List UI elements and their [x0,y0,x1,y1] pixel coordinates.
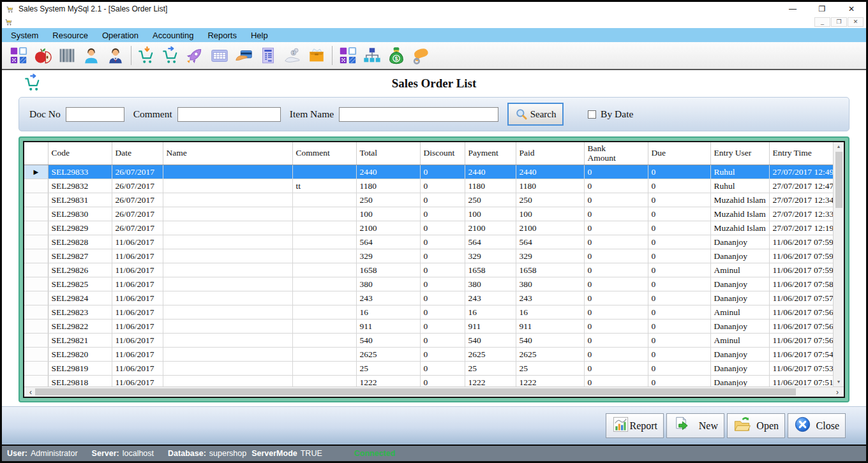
row-selector-cell[interactable] [24,375,48,386]
table-row[interactable]: SEL2981911/06/2017250252500Dananjoy11/06… [24,361,833,375]
vertical-scrollbar[interactable]: ▲ ▼ [833,142,844,386]
product-apple-icon[interactable] [31,43,55,68]
menu-item-operation[interactable]: Operation [95,28,146,42]
scroll-left-icon[interactable]: ‹ [26,388,35,397]
receipt-icon[interactable] [256,43,280,68]
employee-icon[interactable] [103,43,128,68]
row-selector-cell[interactable] [24,235,48,249]
rocket-icon[interactable] [183,43,207,68]
row-selector-cell[interactable] [24,179,48,193]
table-cell [163,179,292,193]
row-selector-cell[interactable] [24,333,48,347]
table-row[interactable]: SEL2982711/06/2017329032932900Dananjoy11… [24,249,833,263]
table-cell: 0 [420,305,465,319]
customer-icon[interactable] [79,43,103,68]
by-date-checkbox[interactable] [588,110,596,119]
table-row[interactable]: SEL2982011/06/2017262502625262500Dananjo… [24,347,833,361]
modules-icon[interactable] [6,43,31,68]
table-row[interactable]: SEL2983026/07/2017100010010000Muzahid Is… [24,207,833,221]
drawer-icon[interactable] [304,43,329,68]
horizontal-scrollbar[interactable]: ‹ › [24,386,844,397]
column-header-payment[interactable]: Payment [465,142,516,165]
column-header-entry-time[interactable]: Entry Time [769,142,833,165]
column-header-name[interactable]: Name [163,142,292,165]
column-header-comment[interactable]: Comment [292,142,356,165]
table-row[interactable]: SEL2982811/06/2017564056456400Dananjoy11… [24,235,833,249]
column-header-paid[interactable]: Paid [516,142,584,165]
column-header-entry-user[interactable]: Entry User [710,142,769,165]
table-cell: 0 [648,235,710,249]
table-row[interactable]: ▶SEL2983326/07/2017244002440244000Ruhul2… [24,165,833,179]
vertical-scroll-thumb[interactable] [835,152,842,208]
table-cell: 564 [356,235,420,249]
table-cell: Aminul [710,263,769,277]
mdi-close-button[interactable]: ✕ [848,17,864,27]
scroll-right-icon[interactable]: › [833,388,842,397]
menu-item-accounting[interactable]: Accounting [146,28,200,42]
scroll-down-icon[interactable]: ▼ [837,379,841,385]
column-header-bank-amount[interactable]: Bank Amount [584,142,648,165]
row-selector-cell[interactable] [24,263,48,277]
row-selector-cell[interactable] [24,305,48,319]
item-name-input[interactable] [339,107,498,122]
column-header-code[interactable]: Code [48,142,112,165]
open-button[interactable]: Open [727,413,785,438]
row-selector-cell[interactable] [24,221,48,235]
column-header-discount[interactable]: Discount [420,142,465,165]
card-payment-icon[interactable] [232,43,256,68]
mdi-minimize-button[interactable]: _ [814,17,830,27]
table-row[interactable]: SEL2982611/06/2017165801658165800Aminul1… [24,263,833,277]
new-button[interactable]: New [666,413,724,438]
table-row[interactable]: SEL2982411/06/2017243024324300Dananjoy11… [24,291,833,305]
table-row[interactable]: SEL2982511/06/2017380038038000Dananjoy11… [24,277,833,291]
column-header-due[interactable]: Due [648,142,710,165]
comment-input[interactable] [177,107,281,122]
row-selector-cell[interactable]: ▶ [24,165,48,179]
doc-no-input[interactable] [66,107,124,122]
restore-button[interactable]: ❐ [807,2,837,15]
invoice-form-icon[interactable] [207,43,232,68]
column-header-date[interactable]: Date [112,142,163,165]
row-selector-cell[interactable] [24,249,48,263]
barcode-icon[interactable] [55,43,79,68]
table-row[interactable]: SEL2982111/06/2017540054054000Aminul11/0… [24,333,833,347]
row-selector-cell[interactable] [24,207,48,221]
table-cell: 0 [648,165,710,179]
hierarchy-icon[interactable] [360,43,384,68]
row-selector-cell[interactable] [24,361,48,375]
minimize-button[interactable]: — [778,2,807,15]
table-row[interactable]: SEL2983126/07/2017250025025000Muzahid Is… [24,193,833,207]
row-selector-cell[interactable] [24,319,48,333]
menu-item-help[interactable]: Help [244,28,275,42]
menu-item-resource[interactable]: Resource [45,28,95,42]
hand-key-icon[interactable] [408,43,433,68]
menu-item-reports[interactable]: Reports [200,28,244,42]
table-cell: 11/06/2017 [112,361,163,375]
scroll-up-icon[interactable]: ▲ [837,143,841,150]
sales-cart-icon[interactable] [159,43,183,68]
search-button[interactable]: Search [507,103,564,126]
report-button[interactable]: Report [606,413,664,438]
table-cell: tt [292,179,356,193]
table-cell: 0 [420,361,465,375]
row-selector-cell[interactable] [24,277,48,291]
table-row[interactable]: SEL2982311/06/2017160161600Aminul11/06/2… [24,305,833,319]
table-row[interactable]: SEL2982926/07/2017210002100210000Muzahid… [24,221,833,235]
row-selector-cell[interactable] [24,347,48,361]
row-selector-cell[interactable] [24,291,48,305]
modules-2-icon[interactable] [336,43,360,68]
receive-money-icon[interactable]: 1 [280,43,304,68]
table-row[interactable]: SEL2982211/06/2017911091191100Dananjoy11… [24,319,833,333]
menu-item-system[interactable]: System [4,28,45,42]
money-bag-icon[interactable]: $ [384,43,408,68]
column-header-total[interactable]: Total [356,142,420,165]
purchase-cart-icon[interactable] [135,43,159,68]
table-row[interactable]: SEL2983226/07/2017tt118001180118000Ruhul… [24,179,833,193]
horizontal-scroll-thumb[interactable] [35,388,796,395]
table-cell: SEL29820 [48,347,112,361]
close-button[interactable]: Close [788,413,846,438]
mdi-restore-button[interactable]: ❐ [831,17,847,27]
close-button[interactable]: ✕ [837,2,866,15]
row-selector-cell[interactable] [24,193,48,207]
table-row[interactable]: SEL2981811/06/2017122201222122200Dananjo… [24,375,833,386]
